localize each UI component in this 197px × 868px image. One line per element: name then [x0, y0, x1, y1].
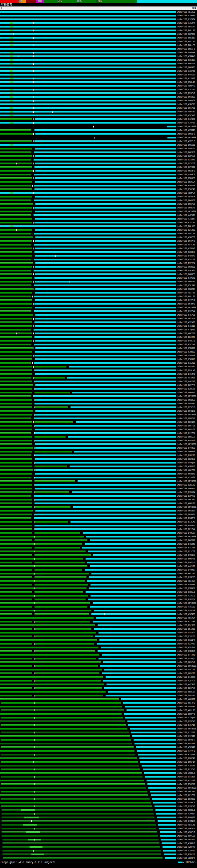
alignment-bar[interactable] — [0, 140, 176, 143]
hsp-segment[interactable] — [141, 765, 176, 767]
alignment-bar[interactable] — [0, 442, 176, 446]
alignment-bar[interactable] — [0, 239, 176, 243]
hsp-segment[interactable] — [104, 687, 176, 689]
alignment-bar[interactable] — [0, 14, 176, 18]
hsp-segment[interactable] — [24, 816, 39, 818]
hsp-segment[interactable] — [0, 491, 32, 493]
alignment-bar[interactable] — [0, 332, 176, 335]
alignment-bar[interactable] — [0, 653, 176, 657]
alignment-bar[interactable] — [0, 372, 176, 376]
hsp-segment[interactable] — [35, 488, 176, 490]
hsp-segment[interactable] — [34, 643, 94, 645]
hsp-segment[interactable] — [34, 521, 68, 523]
hsp-segment[interactable] — [34, 466, 67, 467]
hsp-segment[interactable] — [35, 499, 176, 501]
alignment-bar[interactable] — [0, 91, 176, 95]
hsp-segment[interactable] — [1, 732, 128, 734]
hsp-segment[interactable] — [13, 55, 176, 57]
hsp-segment[interactable] — [0, 63, 10, 65]
alignment-bar[interactable] — [0, 173, 176, 177]
hsp-segment[interactable] — [0, 15, 176, 17]
hsp-segment[interactable] — [0, 499, 32, 501]
alignment-bar[interactable] — [0, 601, 176, 605]
hsp-segment[interactable] — [13, 225, 176, 227]
hsp-segment[interactable] — [69, 366, 176, 368]
hsp-segment[interactable] — [87, 562, 176, 563]
hsp-segment[interactable] — [0, 359, 32, 360]
alignment-bar[interactable] — [0, 712, 176, 716]
alignment-bar[interactable] — [0, 642, 176, 646]
hsp-segment[interactable] — [35, 281, 176, 283]
hsp-segment[interactable] — [1, 746, 133, 748]
alignment-bar[interactable] — [0, 672, 176, 675]
hsp-segment[interactable] — [34, 166, 176, 168]
hsp-segment[interactable] — [10, 107, 12, 109]
hsp-segment[interactable] — [0, 44, 10, 46]
alignment-bar[interactable] — [0, 768, 176, 771]
hsp-segment[interactable] — [90, 606, 176, 608]
hsp-segment[interactable] — [0, 680, 32, 682]
hsp-segment[interactable] — [35, 248, 176, 249]
hsp-segment[interactable] — [70, 406, 176, 408]
hsp-segment[interactable] — [0, 22, 10, 24]
alignment-bar[interactable] — [0, 361, 176, 365]
hsp-segment[interactable] — [0, 177, 32, 179]
hsp-segment[interactable] — [34, 532, 80, 534]
hsp-segment[interactable] — [34, 547, 79, 549]
alignment-bar[interactable] — [0, 557, 176, 561]
alignment-bar[interactable] — [0, 749, 176, 753]
hsp-segment[interactable] — [34, 244, 176, 246]
hsp-segment[interactable] — [35, 288, 176, 290]
hsp-segment[interactable] — [10, 41, 13, 42]
hsp-segment[interactable] — [3, 857, 163, 859]
hsp-segment[interactable] — [0, 377, 31, 379]
alignment-bar[interactable] — [0, 801, 176, 805]
hsp-segment[interactable] — [2, 846, 30, 848]
alignment-bar[interactable] — [0, 790, 176, 794]
hsp-segment[interactable] — [34, 584, 88, 586]
hsp-segment[interactable] — [90, 539, 176, 541]
alignment-bar[interactable] — [0, 705, 176, 709]
alignment-bar[interactable] — [0, 487, 176, 491]
hsp-segment[interactable] — [34, 188, 176, 190]
hsp-segment[interactable] — [159, 828, 176, 830]
hsp-segment[interactable] — [94, 628, 176, 630]
hsp-segment[interactable] — [0, 70, 10, 72]
hsp-segment[interactable] — [34, 506, 70, 508]
hsp-segment[interactable] — [40, 831, 157, 833]
hsp-segment[interactable] — [0, 565, 88, 567]
hsp-segment[interactable] — [0, 314, 33, 316]
hsp-segment[interactable] — [0, 617, 94, 619]
hsp-segment[interactable] — [0, 473, 32, 475]
hsp-segment[interactable] — [98, 650, 176, 652]
hsp-segment[interactable] — [0, 299, 32, 301]
hsp-segment[interactable] — [0, 303, 32, 305]
hsp-segment[interactable] — [0, 443, 32, 445]
hsp-segment[interactable] — [163, 846, 176, 848]
hsp-segment[interactable] — [1, 709, 124, 711]
hsp-segment[interactable] — [0, 207, 32, 209]
alignment-bar[interactable] — [0, 58, 176, 62]
hsp-segment[interactable] — [35, 443, 176, 445]
alignment-bar[interactable] — [0, 69, 176, 73]
alignment-bar[interactable] — [0, 114, 176, 117]
alignment-bar[interactable] — [0, 409, 176, 413]
hsp-segment[interactable] — [0, 403, 32, 405]
alignment-bar[interactable] — [0, 572, 176, 576]
alignment-bar[interactable] — [0, 295, 176, 298]
alignment-bar[interactable] — [0, 184, 176, 188]
hsp-segment[interactable] — [0, 74, 10, 76]
hsp-segment[interactable] — [0, 713, 122, 715]
alignment-bar[interactable] — [0, 198, 176, 202]
alignment-bar[interactable] — [0, 823, 176, 827]
hsp-segment[interactable] — [35, 148, 176, 150]
alignment-bar[interactable] — [0, 579, 176, 583]
hsp-segment[interactable] — [0, 281, 32, 283]
alignment-bar[interactable] — [0, 550, 176, 553]
hsp-segment[interactable] — [35, 162, 176, 164]
hsp-segment[interactable] — [0, 669, 102, 671]
hsp-segment[interactable] — [0, 528, 32, 530]
hsp-segment[interactable] — [10, 192, 13, 194]
alignment-bar[interactable] — [0, 745, 176, 749]
alignment-bar[interactable] — [0, 664, 176, 668]
